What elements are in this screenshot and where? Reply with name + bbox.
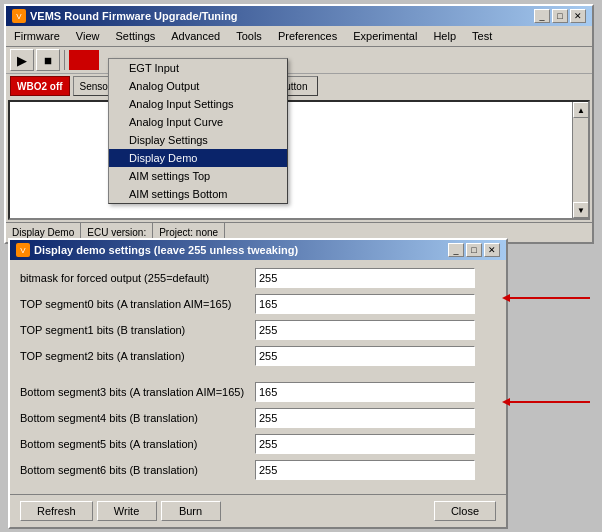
dropdown-egt-input[interactable]: EGT Input bbox=[109, 59, 287, 77]
form-row-bottom-seg6: Bottom segment6 bits (B translation) bbox=[20, 460, 496, 480]
label-bottom-seg4: Bottom segment4 bits (B translation) bbox=[20, 412, 255, 424]
write-button[interactable]: Write bbox=[97, 501, 157, 521]
input-top-seg2[interactable] bbox=[255, 346, 475, 366]
input-bottom-seg4[interactable] bbox=[255, 408, 475, 428]
dialog-app-icon: V bbox=[16, 243, 30, 257]
app-icon: V bbox=[12, 9, 26, 23]
toolbar-row2: WBO2 off Sensor off WBO2 Power Output Bu… bbox=[6, 74, 592, 98]
main-window-title: VEMS Round Firmware Upgrade/Tuning bbox=[30, 10, 238, 22]
dialog-content: bitmask for forced output (255=default) … bbox=[10, 260, 506, 494]
dropdown-analog-input-curve[interactable]: Analog Input Curve bbox=[109, 113, 287, 131]
stop-button[interactable]: ■ bbox=[36, 49, 60, 71]
vertical-scrollbar: ▲ ▼ bbox=[572, 102, 588, 218]
label-bottom-seg3: Bottom segment3 bits (A translation AIM=… bbox=[20, 386, 255, 398]
form-row-top-seg0: TOP segment0 bits (A translation AIM=165… bbox=[20, 294, 496, 314]
form-row-bottom-seg5: Bottom segment5 bits (A translation) bbox=[20, 434, 496, 454]
label-bitmask: bitmask for forced output (255=default) bbox=[20, 272, 255, 284]
input-bitmask[interactable] bbox=[255, 268, 475, 288]
scroll-up-button[interactable]: ▲ bbox=[573, 102, 589, 118]
dialog-maximize-button[interactable]: □ bbox=[466, 243, 482, 257]
burn-button[interactable]: Burn bbox=[161, 501, 221, 521]
dropdown-aim-settings-top[interactable]: AIM settings Top bbox=[109, 167, 287, 185]
minimize-button[interactable]: _ bbox=[534, 9, 550, 23]
dialog-display-demo: V Display demo settings (leave 255 unles… bbox=[8, 238, 508, 529]
dialog-buttons: Refresh Write Burn Close bbox=[10, 494, 506, 527]
dialog-title-buttons: _ □ ✕ bbox=[448, 243, 500, 257]
dropdown-display-demo[interactable]: Display Demo bbox=[109, 149, 287, 167]
dialog-title-text: Display demo settings (leave 255 unless … bbox=[34, 244, 298, 256]
maximize-button[interactable]: □ bbox=[552, 9, 568, 23]
form-row-bitmask: bitmask for forced output (255=default) bbox=[20, 268, 496, 288]
dropdown-analog-output[interactable]: Analog Output bbox=[109, 77, 287, 95]
wbo2-off-button[interactable]: WBO2 off bbox=[10, 76, 70, 96]
main-title-bar: V VEMS Round Firmware Upgrade/Tuning _ □… bbox=[6, 6, 592, 26]
dialog-minimize-button[interactable]: _ bbox=[448, 243, 464, 257]
scroll-track bbox=[573, 118, 588, 202]
toolbar-row1: ▶ ■ bbox=[6, 47, 592, 74]
settings-dropdown-menu: EGT Input Analog Output Analog Input Set… bbox=[108, 58, 288, 204]
dropdown-aim-settings-bottom[interactable]: AIM settings Bottom bbox=[109, 185, 287, 203]
red-indicator bbox=[69, 50, 99, 70]
menu-preferences[interactable]: Preferences bbox=[270, 28, 345, 44]
menu-view[interactable]: View bbox=[68, 28, 108, 44]
form-row-bottom-seg3: Bottom segment3 bits (A translation AIM=… bbox=[20, 382, 496, 402]
label-bottom-seg6: Bottom segment6 bits (B translation) bbox=[20, 464, 255, 476]
title-bar-left: V VEMS Round Firmware Upgrade/Tuning bbox=[12, 9, 238, 23]
menu-firmware[interactable]: Firmware bbox=[6, 28, 68, 44]
dropdown-analog-input-settings[interactable]: Analog Input Settings bbox=[109, 95, 287, 113]
main-content-area: ▲ ▼ bbox=[8, 100, 590, 220]
label-top-seg1: TOP segment1 bits (B translation) bbox=[20, 324, 255, 336]
svg-marker-1 bbox=[502, 294, 510, 302]
title-buttons: _ □ ✕ bbox=[534, 9, 586, 23]
form-row-top-seg1: TOP segment1 bits (B translation) bbox=[20, 320, 496, 340]
input-bottom-seg6[interactable] bbox=[255, 460, 475, 480]
dialog-close-button[interactable]: ✕ bbox=[484, 243, 500, 257]
label-bottom-seg5: Bottom segment5 bits (A translation) bbox=[20, 438, 255, 450]
menu-help[interactable]: Help bbox=[425, 28, 464, 44]
toolbar-separator bbox=[64, 50, 65, 70]
dialog-title-left: V Display demo settings (leave 255 unles… bbox=[16, 243, 298, 257]
arrow-indicator-top bbox=[500, 288, 600, 308]
svg-marker-3 bbox=[502, 398, 510, 406]
input-bottom-seg5[interactable] bbox=[255, 434, 475, 454]
dropdown-display-settings[interactable]: Display Settings bbox=[109, 131, 287, 149]
menu-advanced[interactable]: Advanced bbox=[163, 28, 228, 44]
menu-tools[interactable]: Tools bbox=[228, 28, 270, 44]
main-window: V VEMS Round Firmware Upgrade/Tuning _ □… bbox=[4, 4, 594, 244]
form-spacer bbox=[20, 372, 496, 382]
refresh-button[interactable]: Refresh bbox=[20, 501, 93, 521]
menu-test[interactable]: Test bbox=[464, 28, 500, 44]
scroll-down-button[interactable]: ▼ bbox=[573, 202, 589, 218]
input-top-seg0[interactable] bbox=[255, 294, 475, 314]
menu-settings[interactable]: Settings bbox=[108, 28, 164, 44]
dialog-title-bar: V Display demo settings (leave 255 unles… bbox=[10, 240, 506, 260]
input-top-seg1[interactable] bbox=[255, 320, 475, 340]
label-top-seg0: TOP segment0 bits (A translation AIM=165… bbox=[20, 298, 255, 310]
arrow-indicator-bottom bbox=[500, 392, 600, 412]
play-button[interactable]: ▶ bbox=[10, 49, 34, 71]
close-button-dialog[interactable]: Close bbox=[434, 501, 496, 521]
label-top-seg2: TOP segment2 bits (A translation) bbox=[20, 350, 255, 362]
form-row-top-seg2: TOP segment2 bits (A translation) bbox=[20, 346, 496, 366]
form-row-bottom-seg4: Bottom segment4 bits (B translation) bbox=[20, 408, 496, 428]
menu-bar: Firmware View Settings Advanced Tools Pr… bbox=[6, 26, 592, 47]
close-button[interactable]: ✕ bbox=[570, 9, 586, 23]
input-bottom-seg3[interactable] bbox=[255, 382, 475, 402]
menu-experimental[interactable]: Experimental bbox=[345, 28, 425, 44]
